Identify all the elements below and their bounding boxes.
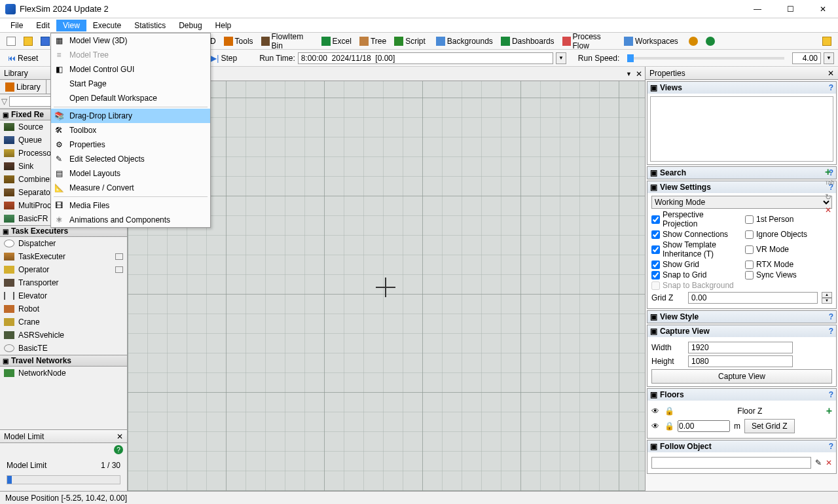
menu-open-default-workspace[interactable]: Open Default Workspace bbox=[51, 91, 210, 105]
open-icon-right[interactable] bbox=[820, 35, 834, 47]
gridz-spinner[interactable]: ▲▼ bbox=[822, 292, 832, 304]
new-button[interactable] bbox=[4, 35, 18, 47]
chk-template[interactable]: Show Template Inheritance (T) bbox=[651, 240, 738, 259]
menu-edit[interactable]: Edit bbox=[29, 20, 56, 31]
add-floor-icon[interactable]: + bbox=[826, 405, 832, 417]
chk-snapbg[interactable]: Snap to Background bbox=[651, 281, 832, 290]
floor-value-input[interactable] bbox=[678, 420, 730, 432]
capture-view-button[interactable]: Capture View bbox=[651, 369, 832, 384]
excel-button[interactable]: Excel bbox=[319, 35, 354, 47]
lib-asrs[interactable]: ASRSvehicle bbox=[0, 329, 127, 342]
views-help-icon[interactable]: ? bbox=[829, 83, 833, 92]
follow-help-icon[interactable]: ? bbox=[829, 442, 833, 451]
capture-view-header[interactable]: ▣Capture View? bbox=[647, 325, 836, 337]
menu-help[interactable]: Help bbox=[209, 20, 238, 31]
chk-vr[interactable]: VR Mode bbox=[745, 240, 832, 259]
chk-snap[interactable]: Snap to Grid bbox=[651, 270, 738, 279]
floor-visible-icon[interactable]: 👁 bbox=[651, 406, 661, 416]
search-section-header[interactable]: ▣Search? bbox=[647, 167, 836, 179]
floors-help-icon[interactable]: ? bbox=[829, 390, 833, 399]
menu-start-page[interactable]: Start Page bbox=[51, 77, 210, 91]
backgrounds-button[interactable]: Backgrounds bbox=[433, 35, 496, 47]
menu-view[interactable]: View bbox=[56, 20, 86, 31]
views-section-header[interactable]: ▣Views? bbox=[647, 82, 836, 94]
chk-sync[interactable]: Sync Views bbox=[745, 270, 832, 279]
menu-execute[interactable]: Execute bbox=[86, 20, 128, 31]
reset-button[interactable]: ⏮Reset bbox=[4, 52, 42, 64]
menu-model-control-gui[interactable]: ◧Model Control GUI bbox=[51, 62, 210, 77]
menu-properties[interactable]: ⚙Properties bbox=[51, 137, 210, 152]
runspeed-dropdown[interactable]: ▼ bbox=[824, 52, 834, 64]
view-dropdown-button[interactable]: ▼ bbox=[626, 71, 632, 77]
processflow-button[interactable]: Process Flow bbox=[560, 31, 619, 52]
follow-object-header[interactable]: ▣Follow Object? bbox=[647, 441, 836, 452]
menu-file[interactable]: File bbox=[4, 20, 29, 31]
chk-ignore[interactable]: Ignore Objects bbox=[745, 230, 832, 239]
flowitem-button[interactable]: FlowItem Bin bbox=[259, 31, 316, 52]
close-window-button[interactable]: ✕ bbox=[813, 5, 833, 14]
remove-view-icon[interactable]: ✕ bbox=[825, 206, 835, 216]
chk-rtx[interactable]: RTX Mode bbox=[745, 260, 832, 269]
model-limit-close[interactable]: ✕ bbox=[117, 432, 123, 441]
section-travel-networks[interactable]: ▣Travel Networks bbox=[0, 355, 127, 367]
follow-pick-icon[interactable]: ✎ bbox=[815, 458, 822, 467]
floor-lock-icon[interactable]: 🔒 bbox=[665, 406, 674, 416]
views-list[interactable] bbox=[650, 96, 833, 162]
cap-help-icon[interactable]: ? bbox=[829, 327, 833, 336]
lib-networknode[interactable]: NetworkNode bbox=[0, 367, 127, 380]
add-view-icon[interactable]: + bbox=[825, 166, 835, 177]
chk-firstperson[interactable]: 1st Person bbox=[745, 210, 832, 228]
help-button[interactable] bbox=[703, 35, 718, 47]
view-settings-header[interactable]: ▣View Settings? bbox=[647, 181, 836, 193]
menu-edit-selected[interactable]: ✎Edit Selected Objects bbox=[51, 152, 210, 166]
vstyle-help-icon[interactable]: ? bbox=[829, 312, 833, 321]
maximize-button[interactable]: ☐ bbox=[780, 5, 800, 14]
lib-crane[interactable]: Crane bbox=[0, 315, 127, 329]
minimize-button[interactable]: — bbox=[748, 5, 767, 14]
view-style-header[interactable]: ▣View Style? bbox=[647, 311, 836, 323]
runspeed-slider[interactable] bbox=[627, 57, 784, 60]
floor-visible-icon-2[interactable]: 👁 bbox=[651, 422, 661, 431]
runspeed-input[interactable] bbox=[792, 52, 821, 64]
model-limit-help-icon[interactable]: ? bbox=[114, 445, 123, 454]
menu-model-layouts[interactable]: ▤Model Layouts bbox=[51, 166, 210, 181]
properties-close[interactable]: ✕ bbox=[828, 69, 834, 78]
follow-clear-icon[interactable]: ✕ bbox=[826, 458, 832, 467]
set-gridz-button[interactable]: Set Grid Z bbox=[744, 419, 795, 433]
step-button[interactable]: ▶|Step bbox=[207, 52, 241, 64]
chk-connections[interactable]: Show Connections bbox=[651, 230, 738, 239]
lib-basicte[interactable]: BasicTE bbox=[0, 342, 127, 355]
menu-statistics[interactable]: Statistics bbox=[128, 20, 172, 31]
reload-icon[interactable]: ↻ bbox=[825, 192, 835, 203]
workspaces-button[interactable]: Workspaces bbox=[621, 35, 681, 47]
lib-transporter[interactable]: Transporter bbox=[0, 276, 127, 289]
capture-width-input[interactable] bbox=[688, 342, 793, 353]
runtime-input[interactable] bbox=[298, 52, 553, 64]
working-mode-select[interactable]: Working Mode bbox=[651, 196, 832, 209]
menu-model-view-3d[interactable]: ▦Model View (3D) bbox=[51, 33, 210, 48]
lib-taskexecuter[interactable]: TaskExecuter bbox=[0, 250, 127, 263]
capture-height-input[interactable] bbox=[688, 355, 793, 367]
tree-button[interactable]: Tree bbox=[357, 35, 389, 47]
lib-operator[interactable]: Operator bbox=[0, 263, 127, 276]
lib-robot[interactable]: Robot bbox=[0, 302, 127, 315]
menu-animations[interactable]: ⚛Animations and Components bbox=[51, 213, 210, 227]
floor-lock-icon-2[interactable]: 🔒 bbox=[665, 422, 674, 431]
tools-button[interactable]: Tools bbox=[221, 35, 256, 47]
runtime-dropdown[interactable]: ▼ bbox=[556, 52, 566, 64]
menu-media-files[interactable]: 🎞Media Files bbox=[51, 198, 210, 213]
chk-grid[interactable]: Show Grid bbox=[651, 260, 738, 269]
tab-icon[interactable]: Tab bbox=[825, 179, 835, 190]
chk-perspective[interactable]: Perspective Projection bbox=[651, 210, 738, 228]
gridz-input[interactable] bbox=[688, 292, 818, 304]
open-button[interactable] bbox=[21, 35, 35, 47]
settings-button[interactable] bbox=[686, 35, 701, 47]
script-button[interactable]: Script bbox=[392, 35, 428, 47]
menu-debug[interactable]: Debug bbox=[172, 20, 208, 31]
menu-drag-drop-library[interactable]: 📚Drag-Drop Library bbox=[51, 109, 210, 123]
floors-header[interactable]: ▣Floors? bbox=[647, 389, 836, 401]
dashboards-button[interactable]: Dashboards bbox=[498, 35, 557, 47]
follow-object-input[interactable] bbox=[651, 457, 811, 469]
menu-toolbox[interactable]: 🛠Toolbox bbox=[51, 123, 210, 137]
menu-measure-convert[interactable]: 📐Measure / Convert bbox=[51, 181, 210, 195]
